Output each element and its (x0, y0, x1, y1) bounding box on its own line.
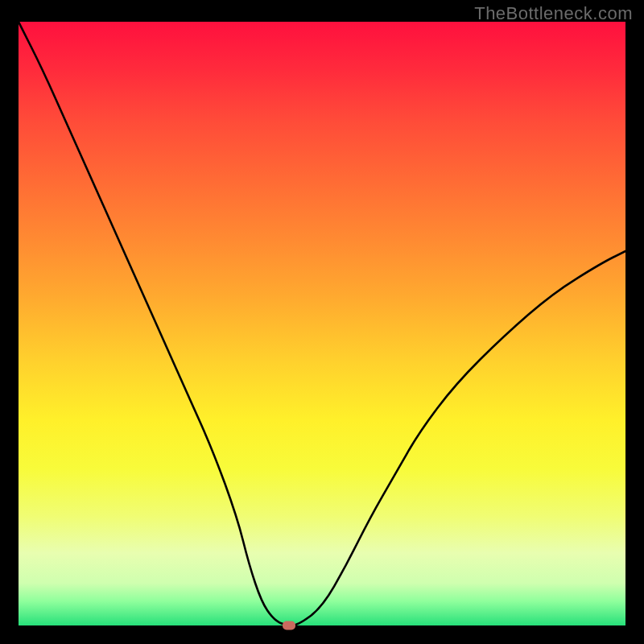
chart-frame: TheBottleneck.com (0, 0, 644, 644)
curve-svg (19, 22, 625, 625)
chart-plot-area (19, 22, 625, 625)
bottleneck-marker (283, 621, 295, 630)
bottleneck-curve (19, 22, 625, 625)
